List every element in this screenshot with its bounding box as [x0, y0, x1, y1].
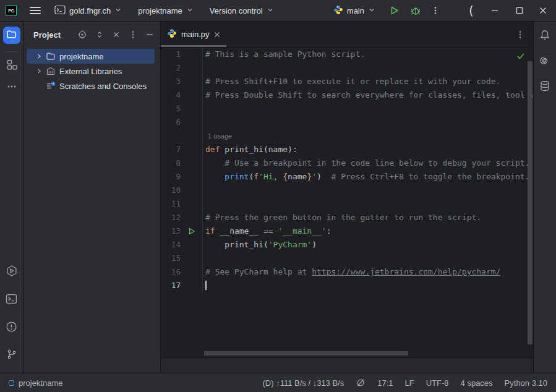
chevron-down-icon [368, 6, 375, 15]
git-branch-icon [6, 349, 17, 362]
editor-tab-bar: main.py [161, 22, 533, 48]
scratches-icon [46, 81, 56, 91]
run-button[interactable] [385, 1, 404, 20]
title-bar: PC gold.fhgr.ch projektname Version cont… [0, 0, 556, 22]
run-config-label: main [347, 6, 364, 15]
tab-main-py[interactable]: main.py [161, 22, 226, 47]
tab-label: main.py [181, 30, 210, 39]
version-control-tool-button[interactable] [3, 347, 20, 364]
main-menu-icon[interactable] [30, 7, 41, 14]
project-panel-title: Project [33, 30, 61, 40]
options-kebab-icon[interactable] [129, 30, 137, 39]
tree-item-label: External Libraries [59, 67, 122, 76]
vcs-widget[interactable]: Version control [208, 4, 275, 18]
tree-item-scratches[interactable]: Scratches and Consoles [27, 79, 155, 93]
chevron-right-icon[interactable] [35, 68, 43, 74]
code-line[interactable]: 14 print_hi('PyCharm') [161, 238, 533, 252]
project-status-icon [9, 380, 14, 386]
hide-panel-icon[interactable] [145, 30, 154, 39]
code-line[interactable]: 6 [161, 116, 533, 129]
inspections-ok-icon[interactable] [516, 52, 525, 63]
code-line[interactable]: 5 [161, 102, 533, 116]
project-tree: projektname External Libraries [24, 48, 160, 93]
project-selector[interactable]: projektname [137, 4, 195, 18]
interpreter-widget[interactable]: Python 3.10 [505, 378, 547, 388]
indent-widget[interactable]: 4 spaces [461, 378, 493, 388]
project-tool-window: Project [24, 22, 161, 373]
project-selector-label: projektname [138, 6, 182, 15]
services-tool-button[interactable] [3, 263, 20, 281]
code-line[interactable]: 12# Press the green button in the gutter… [161, 211, 533, 224]
folder-icon [6, 29, 17, 42]
more-tool-windows-button[interactable] [3, 79, 20, 96]
divider [6, 51, 18, 52]
terminal-tool-button[interactable] [3, 291, 20, 309]
network-speed-widget[interactable]: (D) ↑111 B/s / ↓313 B/s [263, 378, 344, 388]
status-project-label: projektname [19, 378, 63, 388]
debug-button[interactable] [406, 1, 425, 20]
tree-item-external-libraries[interactable]: External Libraries [27, 64, 155, 79]
structure-icon [6, 59, 17, 72]
tree-item-label: Scratches and Consoles [59, 82, 147, 91]
code-line[interactable]: 13if __name__ == '__main__': [161, 224, 533, 238]
left-activity-bar [0, 22, 24, 373]
crescent-icon[interactable]: ( [462, 1, 481, 20]
inspections-highlight-icon[interactable] [356, 378, 366, 388]
folder-icon [46, 51, 56, 61]
chevron-down-icon [114, 6, 122, 15]
structure-tool-button[interactable] [3, 57, 20, 74]
right-activity-bar [533, 22, 556, 373]
select-opened-file-icon[interactable] [77, 30, 87, 40]
notifications-tool-button[interactable] [539, 29, 551, 41]
text-caret [205, 281, 207, 290]
problems-tool-button[interactable] [3, 319, 20, 336]
ssh-target-selector[interactable]: gold.fhgr.ch [53, 2, 123, 19]
ai-assistant-tool-button[interactable] [539, 54, 551, 67]
remote-terminal-icon [54, 5, 66, 17]
more-actions-icon[interactable] [426, 1, 445, 20]
close-button[interactable] [534, 1, 552, 20]
gutter-run-icon[interactable] [181, 224, 202, 238]
code-line[interactable]: 15 [161, 252, 533, 265]
pycharm-logo: PC [6, 5, 17, 16]
chevron-right-icon[interactable] [35, 53, 43, 59]
run-configuration-selector[interactable]: main [332, 2, 377, 19]
code-inlay-row[interactable]: 1 usage [161, 129, 533, 143]
code-line[interactable]: 17 [161, 279, 533, 292]
code-line[interactable]: 2 [161, 61, 533, 75]
maximize-button[interactable] [510, 1, 529, 20]
collapse-all-icon[interactable] [112, 30, 121, 39]
encoding-widget[interactable]: UTF-8 [426, 378, 449, 388]
expand-all-icon[interactable] [95, 30, 104, 39]
code-line[interactable]: 9 print(f'Hi, {name}') # Press Ctrl+F8 t… [161, 170, 533, 184]
code-line[interactable]: 1# This is a sample Python script. [161, 48, 533, 61]
line-separator-widget[interactable]: LF [405, 378, 414, 388]
caret-position-widget[interactable]: 17:1 [377, 378, 393, 388]
code-editor[interactable]: 1# This is a sample Python script.23# Pr… [161, 48, 533, 357]
code-line[interactable]: 8 # Use a breakpoint in the code line be… [161, 156, 533, 170]
editor-area: main.py 1# This is a sample Python scrip… [161, 22, 533, 373]
project-tool-button[interactable] [3, 27, 20, 44]
horizontal-scrollbar[interactable] [204, 351, 408, 356]
chevron-down-icon [186, 6, 194, 15]
tree-item-projektname[interactable]: projektname [27, 49, 155, 64]
services-icon [6, 265, 18, 279]
status-project-widget[interactable]: projektname [9, 378, 63, 388]
editor-options-kebab-icon[interactable] [516, 22, 533, 47]
code-line[interactable]: 16# See PyCharm help at https://www.jetb… [161, 265, 533, 279]
pycharm-window: PC gold.fhgr.ch projektname Version cont… [0, 0, 556, 392]
code-line[interactable]: 11 [161, 197, 533, 211]
python-logo-icon [333, 5, 343, 17]
code-line[interactable]: 4# Press Double Shift to search everywhe… [161, 88, 533, 102]
database-tool-button[interactable] [539, 80, 551, 92]
code-line[interactable]: 7def print_hi(name): [161, 143, 533, 156]
problems-icon [6, 321, 17, 335]
code-line[interactable]: 10 [161, 184, 533, 197]
ssh-target-label: gold.fhgr.ch [69, 6, 111, 15]
tab-close-icon[interactable] [214, 32, 220, 38]
vertical-scrollbar[interactable] [528, 61, 532, 344]
minimize-button[interactable] [485, 1, 504, 20]
terminal-icon [6, 293, 17, 307]
code-line[interactable]: 3# Press Shift+F10 to execute it or repl… [161, 75, 533, 88]
chevron-down-icon [267, 6, 274, 15]
